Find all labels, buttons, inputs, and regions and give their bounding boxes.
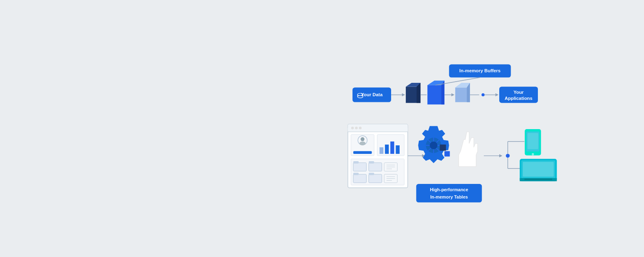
svg-rect-50 bbox=[369, 163, 382, 171]
svg-text:Your: Your bbox=[513, 90, 524, 95]
svg-rect-44 bbox=[385, 145, 389, 154]
svg-rect-58 bbox=[369, 174, 382, 183]
svg-point-80 bbox=[506, 154, 510, 158]
svg-point-33 bbox=[351, 127, 354, 130]
svg-text:In-memory Buffers: In-memory Buffers bbox=[459, 68, 500, 73]
svg-text:Your Data: Your Data bbox=[361, 92, 383, 97]
svg-rect-43 bbox=[380, 147, 384, 154]
svg-text:In-memory Tables: In-memory Tables bbox=[430, 194, 468, 199]
svg-rect-46 bbox=[396, 145, 400, 154]
svg-rect-75 bbox=[416, 184, 482, 203]
svg-rect-49 bbox=[353, 161, 359, 164]
svg-point-89 bbox=[532, 153, 534, 155]
svg-rect-74 bbox=[444, 151, 450, 156]
svg-point-35 bbox=[359, 127, 362, 130]
svg-point-40 bbox=[359, 142, 366, 146]
svg-marker-79 bbox=[499, 154, 503, 158]
svg-marker-7 bbox=[402, 93, 405, 97]
svg-rect-45 bbox=[390, 142, 394, 154]
svg-rect-59 bbox=[369, 173, 374, 175]
svg-rect-90 bbox=[527, 133, 538, 149]
svg-point-34 bbox=[355, 127, 358, 130]
svg-rect-93 bbox=[523, 162, 554, 177]
svg-point-72 bbox=[430, 142, 437, 149]
svg-rect-95 bbox=[524, 179, 552, 180]
diagram-container: Your Data Your bbox=[333, 53, 634, 207]
svg-point-39 bbox=[361, 137, 365, 141]
svg-rect-48 bbox=[353, 163, 366, 171]
svg-rect-57 bbox=[353, 173, 359, 175]
svg-marker-16 bbox=[451, 93, 455, 97]
svg-point-21 bbox=[481, 93, 485, 97]
svg-rect-41 bbox=[353, 151, 372, 154]
svg-text:Applications: Applications bbox=[505, 96, 532, 101]
svg-text:High-performance: High-performance bbox=[430, 187, 468, 192]
svg-rect-51 bbox=[369, 161, 374, 164]
svg-marker-23 bbox=[496, 93, 499, 97]
svg-rect-56 bbox=[353, 174, 366, 183]
svg-rect-73 bbox=[440, 145, 446, 151]
